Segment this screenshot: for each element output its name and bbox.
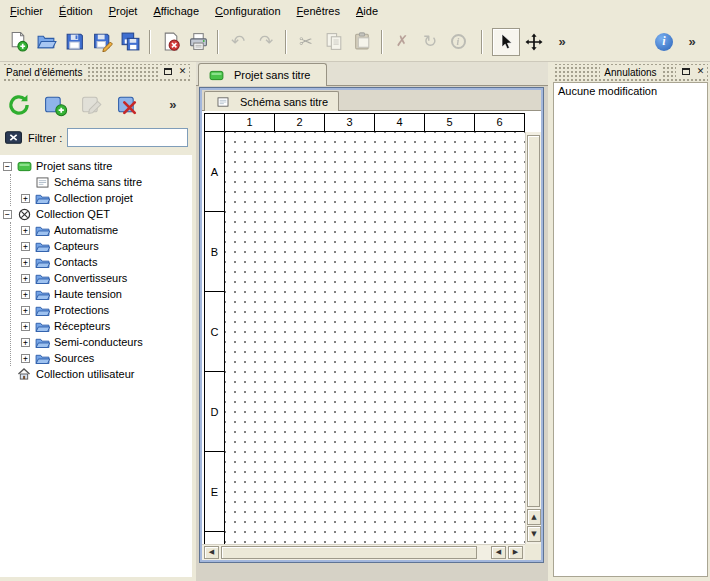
tree-item-label: Sources [54,352,94,364]
filter-input[interactable] [67,128,188,147]
tree-item-semi-conducteurs[interactable]: + Semi-conducteurs [11,334,192,350]
scroll-up-button[interactable]: ▲ [527,509,541,525]
redo-button[interactable]: ↷ [252,28,280,56]
elements-toolbar-overflow-button[interactable]: » [159,90,187,120]
tab-project[interactable]: Projet sans titre [198,63,327,86]
about-button[interactable]: i [650,28,678,56]
edit-element-button[interactable] [78,90,106,120]
tree-item-collection-qet[interactable]: − Collection QET [0,206,192,222]
help-toolbar-overflow-button[interactable]: » [678,28,706,56]
save-all-button[interactable] [116,28,144,56]
rotate-button[interactable]: ↻ [416,28,444,56]
scroll-right-button[interactable]: ▶ [508,546,523,559]
save-as-button[interactable] [88,28,116,56]
tree-item-project[interactable]: − Projet sans titre [0,158,192,174]
corner-cell [205,114,224,132]
menu-fichier[interactable]: Fichier [2,2,51,20]
row-header: E [205,452,224,532]
undo-history-list[interactable]: Aucune modification [553,82,708,577]
collapse-icon[interactable]: − [3,210,12,219]
tree-item-automatisme[interactable]: + Automatisme [11,222,192,238]
delete-element-button[interactable] [114,90,142,120]
filter-label: Filtrer : [28,132,62,144]
tree-item-protections[interactable]: + Protections [11,302,192,318]
tree-item-schema[interactable]: Schéma sans titre [11,174,192,190]
open-project-button[interactable] [32,28,60,56]
conductor-info-button[interactable]: i [444,28,472,56]
tree-item-haute-tension[interactable]: + Haute tension [11,286,192,302]
undo-icon: ↶ [231,33,245,50]
collapse-icon[interactable]: − [3,162,12,171]
menu-configuration[interactable]: Configuration [207,2,288,20]
expand-icon[interactable]: + [21,306,30,315]
select-tool-button[interactable] [492,28,520,56]
scroll-left-button-2[interactable]: ◀ [491,546,506,559]
expand-icon[interactable]: + [21,338,30,347]
print-button[interactable] [184,28,212,56]
new-document-icon [8,31,29,52]
horizontal-scrollbar[interactable]: ◀ ◀ ▶ [202,544,525,560]
schema-canvas[interactable]: 1 2 3 4 5 6 A B C [202,111,525,544]
new-element-button[interactable] [41,90,69,120]
horizontal-scrollbar-thumb[interactable] [221,546,477,559]
undo-list-item[interactable]: Aucune modification [554,83,707,99]
menu-affichage[interactable]: Affichage [145,2,207,20]
expand-icon[interactable]: + [21,274,30,283]
tree-item-label: Convertisseurs [54,272,127,284]
grid-dots [225,132,525,544]
column-header: 5 [425,114,475,131]
dock-buttons: ✕ [158,65,189,78]
move-tool-button[interactable] [520,28,548,56]
tab-schema[interactable]: Schéma sans titre [204,91,339,111]
save-button[interactable] [60,28,88,56]
close-document-icon [160,31,181,52]
toolbar-overflow-button[interactable]: » [548,28,576,56]
menu-projet[interactable]: Projet [101,2,146,20]
scroll-down-button[interactable]: ▼ [527,526,541,542]
expand-icon[interactable]: + [21,194,30,203]
scissors-icon: ✂ [299,34,312,50]
menu-edition[interactable]: Édition [51,2,101,20]
tree-item-convertisseurs[interactable]: + Convertisseurs [11,270,192,286]
project-collection-icon [34,192,50,205]
tree-item-capteurs[interactable]: + Capteurs [11,238,192,254]
vertical-scrollbar-thumb[interactable] [527,135,540,507]
folder-icon [34,272,50,285]
tree-item-label: Schéma sans titre [54,176,142,188]
menu-aide[interactable]: Aide [348,2,386,20]
tree-item-sources[interactable]: + Sources [11,350,192,366]
menu-fenetres[interactable]: Fenêtres [289,2,348,20]
toolbar-separator [149,30,151,54]
copy-button[interactable] [320,28,348,56]
float-dock-button[interactable] [679,65,692,78]
expand-icon[interactable]: + [21,242,30,251]
expand-icon[interactable]: + [21,290,30,299]
expand-icon[interactable]: + [21,354,30,363]
expand-icon[interactable]: + [21,322,30,331]
tree-item-label: Automatisme [54,224,118,236]
paste-button[interactable] [348,28,376,56]
close-dock-button[interactable]: ✕ [694,65,707,78]
undo-button[interactable]: ↶ [224,28,252,56]
expand-icon[interactable]: + [21,258,30,267]
reload-collections-button[interactable] [5,90,33,120]
tree-branch: + Automatisme + Capteurs + Contacts + [10,222,192,366]
close-file-button[interactable] [156,28,184,56]
cut-button[interactable]: ✂ [292,28,320,56]
tree-item-recepteurs[interactable]: + Récepteurs [11,318,192,334]
tree-item-collection-utilisateur[interactable]: Collection utilisateur [0,366,192,382]
tree-item-contacts[interactable]: + Contacts [11,254,192,270]
tree-branch: Schéma sans titre + Collection projet [10,174,192,206]
close-dock-button[interactable]: ✕ [176,65,189,78]
new-project-button[interactable] [4,28,32,56]
delete-button[interactable]: ✗ [388,28,416,56]
chevron-right-icon: » [688,35,695,48]
undo-dock-title-bar[interactable]: Annulations ✕ [553,64,708,81]
vertical-scrollbar[interactable]: ▲ ▼ [525,132,541,544]
scroll-left-button[interactable]: ◀ [204,546,219,559]
tree-item-collection-projet[interactable]: + Collection projet [11,190,192,206]
expand-icon[interactable]: + [21,226,30,235]
elements-panel-title-bar[interactable]: Panel d'éléments ✕ [2,64,190,81]
float-dock-button[interactable] [161,65,174,78]
clear-filter-icon[interactable] [4,128,23,147]
